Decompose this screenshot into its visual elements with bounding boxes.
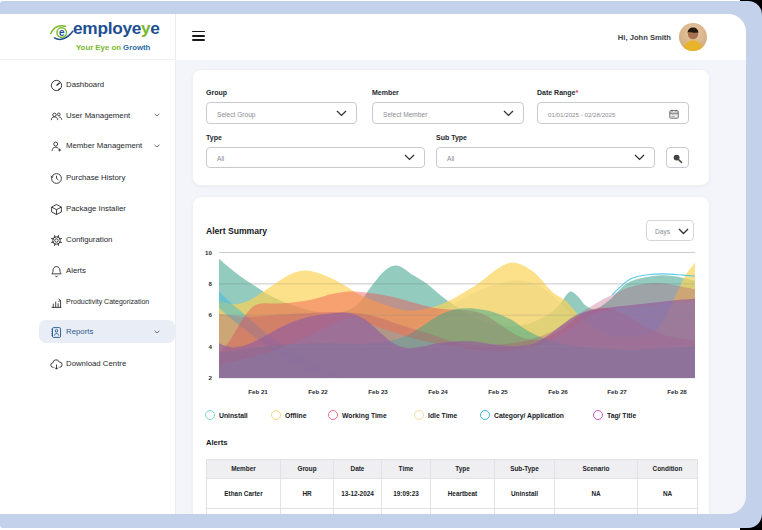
svg-text:e: e — [59, 27, 65, 38]
